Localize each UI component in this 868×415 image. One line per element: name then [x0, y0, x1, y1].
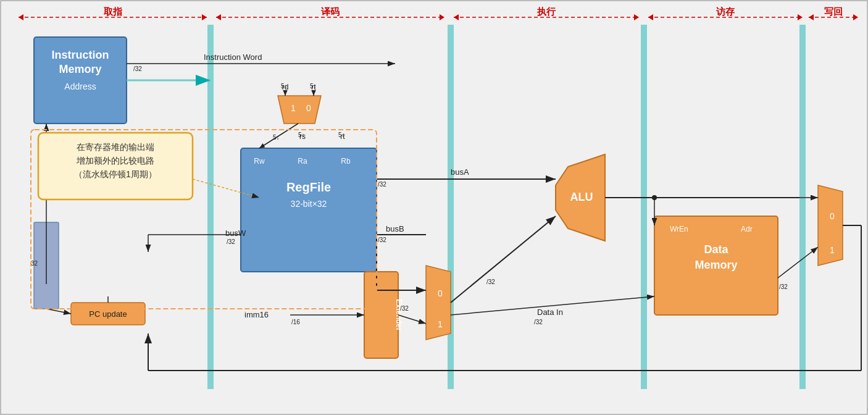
stage-separator-4	[799, 25, 806, 389]
regfile-rb: Rb	[341, 157, 351, 166]
regfile-ra: Ra	[298, 157, 307, 166]
bit32-busa: /32	[378, 181, 386, 188]
bit32-din: /32	[534, 319, 543, 325]
svg-rect-4	[0, 0, 868, 415]
regfile-block	[241, 148, 377, 272]
bit5-rt: 5↓	[310, 83, 317, 90]
regfile-title: RegFile	[286, 180, 331, 194]
mux-wb-input1: 1	[830, 245, 835, 255]
alu-title: ALU	[570, 191, 593, 203]
bit5-rw: 5↓	[273, 134, 280, 141]
stage-label-memory: 访存	[716, 6, 735, 17]
bit5-rt2: 5↓	[338, 132, 345, 138]
bit32-pc: 32	[31, 260, 38, 267]
regfile-subtitle: 32-bit×32	[291, 199, 327, 209]
stage-label-execute: 执行	[536, 6, 556, 17]
bit5-rd: 5↓	[281, 83, 288, 90]
data-in-label: Data In	[537, 308, 563, 317]
pipeline-diagram: 取指 译码 执行 访存 写回 Instruction Memory Addres…	[0, 0, 868, 415]
tooltip-line2: 增加额外的比较电路	[76, 156, 154, 166]
bit32-iw: /32	[133, 65, 142, 72]
stage-label-writeback: 写回	[824, 6, 843, 17]
bit32-busw: /32	[227, 238, 235, 245]
mux-busb-input1: 1	[438, 319, 443, 329]
bit32-ext: /32	[400, 305, 409, 312]
stage-label-fetch: 取指	[104, 6, 123, 17]
stage-separator-3	[641, 25, 647, 389]
busb-label: busB	[386, 224, 404, 233]
adr-label: Adr	[741, 225, 753, 233]
tooltip-line1: 在寄存器堆的输出端	[77, 142, 154, 152]
instruction-word-label: Instruction Word	[204, 52, 262, 62]
tooltip-line3: （流水线停顿1周期）	[74, 169, 157, 179]
mux-busb-input0: 0	[438, 288, 443, 298]
bit32-muxb-out: /32	[486, 279, 495, 285]
instruction-memory-title: Instruction	[52, 49, 109, 61]
mux-top-input0: 1	[291, 103, 296, 113]
stage-label-decode: 译码	[321, 6, 340, 17]
pc-update-label: PC update	[89, 309, 127, 319]
instruction-memory-title2: Memory	[59, 63, 101, 75]
bit5-rs: 5↓	[298, 132, 305, 138]
mux-wb-input0: 0	[830, 211, 835, 221]
bit16-imm: /16	[291, 319, 300, 325]
busw-label: busW	[225, 228, 246, 238]
wren-label: WrEn	[670, 225, 688, 233]
bit32-dm-out: /32	[779, 283, 788, 290]
mux-top	[278, 96, 321, 124]
imm16-label: imm16	[244, 310, 269, 319]
data-memory-title2: Memory	[695, 259, 737, 271]
busa-label: busA	[451, 167, 469, 177]
regfile-rw: Rw	[254, 157, 265, 166]
data-memory-title: Data	[704, 243, 728, 256]
bit32-busb: /32	[378, 237, 386, 243]
mux-top-input1: 0	[306, 103, 311, 113]
extender-block	[364, 272, 398, 358]
instruction-memory-subtitle: Address	[64, 82, 96, 91]
